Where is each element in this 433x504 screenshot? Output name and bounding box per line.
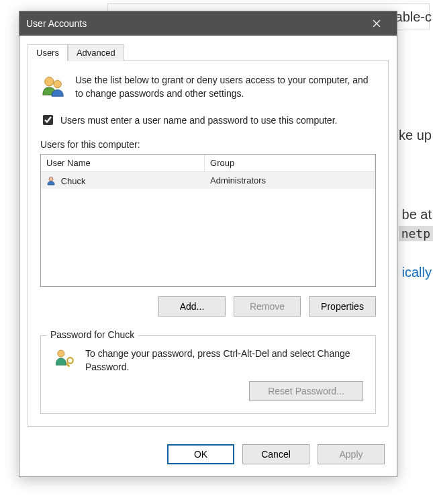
intro-text: Use the list below to grant or deny user… [75,73,376,101]
users-grid[interactable]: User Name Group Chuck Administrators [40,154,376,287]
cancel-button[interactable]: Cancel [242,444,309,464]
bg-code: netp [399,226,433,241]
apply-button: Apply [318,444,385,464]
users-icon [40,73,66,101]
key-user-icon [53,347,76,372]
user-icon [46,176,56,185]
close-icon [373,19,381,28]
add-button[interactable]: Add... [158,296,226,317]
remove-button: Remove [234,296,301,317]
tabs: Users Advanced [28,44,389,61]
close-button[interactable] [363,11,390,36]
table-row[interactable]: Chuck Administrators [41,172,375,189]
tab-users[interactable]: Users [28,44,68,61]
grid-header: User Name Group [41,155,375,172]
column-group[interactable]: Group [205,155,375,171]
column-user-name[interactable]: User Name [41,155,205,171]
bg-link: ically [402,265,432,280]
bg-word: ke up [399,128,432,143]
svg-point-5 [58,350,64,357]
window-title: User Accounts [26,18,363,29]
require-password-checkbox[interactable] [43,115,53,125]
password-text: To change your password, press Ctrl-Alt-… [85,347,363,374]
properties-button[interactable]: Properties [309,296,376,317]
password-legend: Password for Chuck [46,329,138,340]
password-fieldset: Password for Chuck To change your passwo… [40,335,376,414]
svg-point-2 [45,77,54,86]
users-for-computer-label: Users for this computer: [40,139,376,150]
reset-password-button: Reset Password... [249,381,363,401]
tab-advanced[interactable]: Advanced [68,44,124,61]
group-cell: Administrators [205,173,375,188]
svg-point-3 [54,80,61,87]
user-accounts-dialog: User Accounts Users Advanced Use the lis… [19,11,397,477]
titlebar: User Accounts [19,11,397,36]
ok-button[interactable]: OK [167,444,234,464]
bg-word: be at [402,207,432,222]
tab-page-users: Use the list below to grant or deny user… [28,61,389,427]
user-name-cell: Chuck [61,176,86,186]
svg-point-4 [49,177,53,181]
svg-point-6 [67,358,73,364]
dialog-footer: OK Cancel Apply [19,435,397,476]
require-password-label: Users must enter a user name and passwor… [60,115,337,126]
